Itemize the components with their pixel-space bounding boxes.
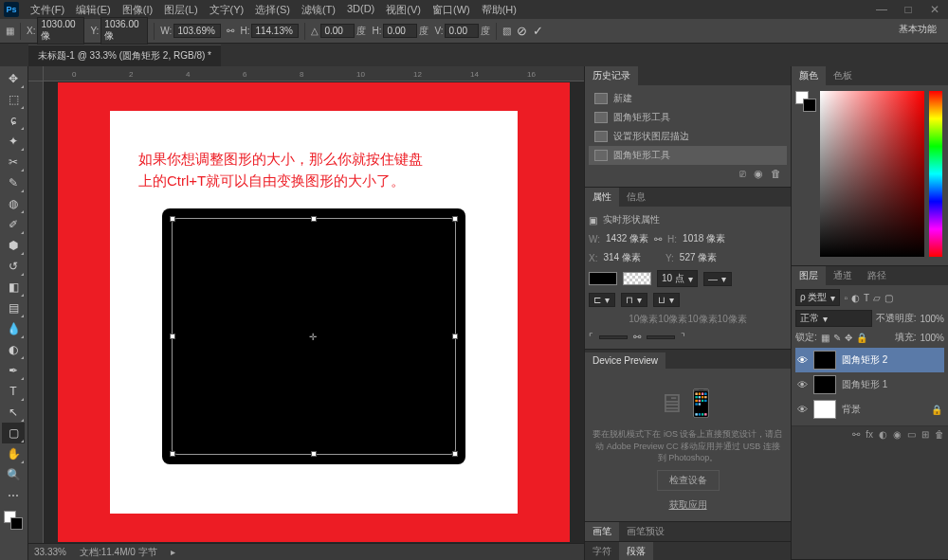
fill-swatch[interactable] (589, 272, 617, 285)
link-icon[interactable]: ⚯ (227, 26, 234, 36)
opacity-value[interactable]: 100% (920, 314, 944, 324)
character-tab[interactable]: 字符 (585, 542, 619, 560)
radius-tl[interactable] (599, 335, 628, 339)
menu-filter[interactable]: 滤镜(T) (298, 1, 339, 19)
visibility-toggle[interactable]: 👁 (797, 354, 808, 366)
props-h-value[interactable]: 1018 像素 (683, 232, 725, 245)
canvas[interactable]: 如果你想调整图形的大小，那么你就按住键盘 上的Ctrl+T就可以自由变换图形的大… (44, 81, 584, 543)
path-select-tool[interactable]: ↖ (2, 402, 25, 423)
mask-icon[interactable]: ◐ (879, 429, 887, 440)
handle-top-mid[interactable] (311, 216, 317, 222)
caps-dropdown[interactable]: ⊓▾ (621, 293, 647, 307)
marquee-tool[interactable]: ⬚ (2, 89, 25, 110)
radius-tr[interactable] (647, 335, 675, 339)
heal-tool[interactable]: ◍ (2, 193, 25, 214)
menu-window[interactable]: 窗口(W) (428, 1, 474, 19)
commit-transform-icon[interactable]: ✓ (533, 24, 543, 38)
stroke-swatch[interactable] (623, 272, 651, 285)
properties-tab[interactable]: 属性 (585, 188, 619, 207)
corner-tl-icon[interactable]: ⌜ (589, 332, 593, 342)
opt-vskew-input[interactable]: 0.00 (445, 24, 479, 38)
handle-mid-right[interactable] (452, 334, 458, 339)
transform-anchor-icon[interactable]: ▦ (6, 26, 14, 36)
filter-type-icon[interactable]: T (864, 293, 869, 303)
status-chevron-icon[interactable]: ▸ (171, 547, 175, 557)
menu-select[interactable]: 选择(S) (251, 1, 294, 19)
type-tool[interactable]: T (2, 381, 25, 402)
menu-layer[interactable]: 图层(L) (160, 1, 201, 19)
filter-shape-icon[interactable]: ▱ (873, 293, 881, 303)
menu-3d[interactable]: 3D(D) (343, 1, 378, 19)
snapshot-icon[interactable]: ⎚ (739, 168, 746, 180)
layer-row[interactable]: 👁 圆角矩形 2 (795, 348, 944, 372)
opt-x-input[interactable]: 1030.00 像 (37, 17, 84, 45)
new-layer-icon[interactable]: ⊞ (921, 429, 929, 440)
props-x-value[interactable]: 314 像素 (603, 251, 640, 264)
link-icon[interactable]: ⚯ (654, 234, 662, 244)
magic-wand-tool[interactable]: ✦ (2, 131, 25, 152)
link-radii-icon[interactable]: ⚯ (633, 332, 641, 342)
menu-image[interactable]: 图像(I) (118, 1, 156, 19)
layer-name[interactable]: 圆角矩形 1 (842, 378, 887, 391)
handle-top-left[interactable] (170, 216, 175, 222)
group-icon[interactable]: ▭ (907, 429, 916, 440)
paths-tab[interactable]: 路径 (860, 266, 894, 285)
brush-tool[interactable]: ✐ (2, 214, 25, 235)
minimize-button[interactable]: — (872, 3, 891, 16)
info-tab[interactable]: 信息 (619, 188, 653, 207)
move-tool[interactable]: ✥ (2, 68, 25, 89)
menu-file[interactable]: 文件(F) (27, 1, 68, 19)
opt-angle-input[interactable]: 0.00 (320, 24, 355, 38)
color-fgbg[interactable] (795, 91, 816, 112)
menu-help[interactable]: 帮助(H) (478, 1, 520, 19)
menu-edit[interactable]: 编辑(E) (72, 1, 115, 19)
menu-view[interactable]: 视图(V) (382, 1, 425, 19)
opt-h-input[interactable]: 114.13% (251, 24, 299, 38)
paragraph-tab[interactable]: 段落 (619, 542, 653, 560)
layer-row[interactable]: 👁 背景 🔒 (795, 397, 944, 422)
handle-bot-mid[interactable] (311, 451, 317, 457)
rounded-rect-shape[interactable]: ✛ (162, 208, 465, 464)
hand-tool[interactable]: ✋ (2, 443, 25, 464)
swatches-tab[interactable]: 色板 (826, 66, 860, 85)
filter-smart-icon[interactable]: ▢ (884, 293, 893, 303)
handle-mid-left[interactable] (170, 334, 175, 339)
dodge-tool[interactable]: ◐ (2, 339, 25, 360)
doc-info[interactable]: 文档:11.4M/0 字节 (80, 546, 157, 559)
history-item[interactable]: 圆角矩形工具 (589, 146, 787, 165)
layer-thumb[interactable] (813, 400, 836, 419)
lock-pixels-icon[interactable]: ✎ (833, 333, 841, 343)
visibility-toggle[interactable]: 👁 (797, 379, 808, 390)
layers-tab[interactable]: 图层 (792, 266, 826, 285)
corners-dropdown[interactable]: ⊔▾ (653, 293, 680, 307)
camera-icon[interactable]: ◉ (754, 168, 763, 180)
shape-tool[interactable]: ▢ (2, 423, 25, 443)
lasso-tool[interactable]: ɕ (2, 110, 25, 131)
blur-tool[interactable]: 💧 (2, 318, 25, 339)
opt-w-input[interactable]: 103.69% (173, 24, 221, 38)
interpolation-icon[interactable]: ▧ (502, 26, 511, 36)
color-tab[interactable]: 颜色 (792, 66, 826, 85)
trash-icon[interactable]: 🗑 (771, 168, 781, 180)
link-layers-icon[interactable]: ⚯ (852, 429, 860, 440)
maximize-button[interactable]: □ (899, 3, 918, 16)
menu-type[interactable]: 文字(Y) (206, 1, 248, 19)
pen-tool[interactable]: ✒ (2, 360, 25, 381)
delete-layer-icon[interactable]: 🗑 (935, 429, 944, 440)
document-tab[interactable]: 未标题-1 @ 33.3% (圆角矩形 2, RGB/8) * (28, 45, 221, 66)
transform-bounding-box[interactable]: ✛ (172, 218, 456, 455)
zoom-level[interactable]: 33.33% (34, 547, 66, 557)
history-item[interactable]: 圆角矩形工具 (589, 108, 787, 127)
filter-image-icon[interactable]: ▫ (844, 293, 848, 303)
background-swatch[interactable] (803, 99, 816, 112)
handle-bot-right[interactable] (452, 451, 458, 457)
visibility-toggle[interactable]: 👁 (797, 404, 808, 415)
layer-thumb[interactable] (813, 375, 836, 394)
fg-bg-swatch[interactable] (2, 506, 25, 534)
opt-hskew-input[interactable]: 0.00 (383, 24, 417, 38)
cancel-transform-icon[interactable]: ⊘ (517, 24, 527, 38)
get-app-link[interactable]: 获取应用 (592, 498, 783, 512)
fx-icon[interactable]: fx (866, 429, 873, 440)
layer-name[interactable]: 背景 (842, 403, 861, 416)
layer-name[interactable]: 圆角矩形 2 (842, 353, 887, 367)
